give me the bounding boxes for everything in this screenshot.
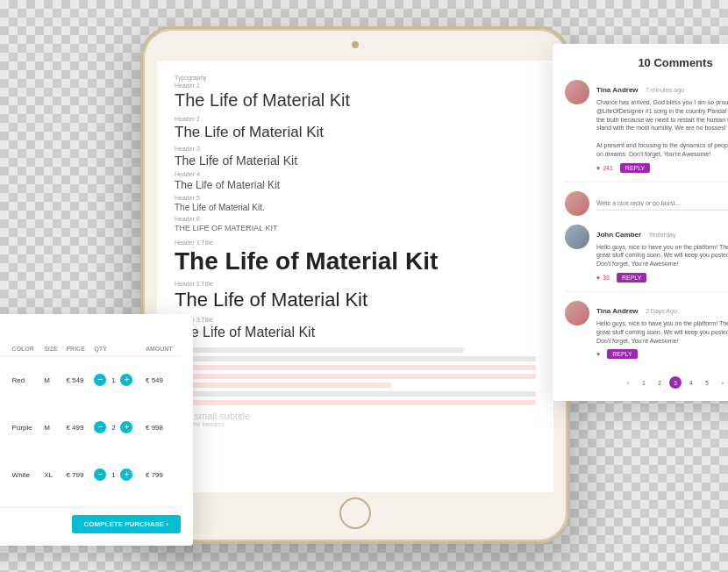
col-product: Product (0, 342, 10, 356)
qty-value: 1 (108, 376, 118, 384)
qty-increase[interactable]: + (120, 468, 132, 481)
comment-text: Hello guys, nice to have you on the plat… (596, 243, 728, 268)
avatar (565, 225, 589, 249)
h3-title-text: The Life of Material Kit (175, 325, 536, 340)
h5-text: The Life of Material Kit. (175, 203, 536, 212)
product-color: Red (10, 356, 42, 404)
qty-decrease[interactable]: − (94, 468, 106, 481)
qty-increase[interactable]: + (120, 421, 132, 433)
product-amount: € 998 (143, 404, 181, 451)
page-4[interactable]: 4 (685, 376, 697, 389)
comment-input[interactable] (596, 197, 728, 211)
col-color: Color (10, 342, 42, 356)
qty-value: 2 (108, 424, 118, 432)
like-button[interactable]: ♥ (596, 351, 600, 357)
comment-item: John Camber Yesterday Hello guys, nice t… (565, 225, 728, 292)
comment-item: Tina Andrew 7 minutes ago Chance has arr… (565, 80, 728, 182)
cart-title: Shopping Cart Table (0, 326, 181, 335)
comment-body: Tina Andrew 7 minutes ago Chance has arr… (596, 80, 728, 173)
avatar (565, 301, 589, 325)
comment-item: Tina Andrew 2 Days Ago Hello guys, nice … (565, 301, 728, 368)
h1-text: The Life of Material Kit (175, 90, 536, 111)
product-size: XL (41, 451, 63, 498)
page-5[interactable]: 5 (701, 376, 713, 389)
h1-label: Header 1 (175, 82, 536, 89)
qty-decrease[interactable]: − (94, 374, 106, 386)
product-cell: Pencil Skirt by Valentino (0, 451, 10, 498)
avatar (565, 191, 589, 216)
product-cell: Spring Jacket by Dolce&Gabbana (0, 356, 10, 404)
comment-author: Tina Andrew (596, 307, 639, 315)
h2-title-text: The Life of Material Kit (175, 289, 536, 311)
qty-value: 1 (108, 471, 118, 479)
comment-body: John Camber Yesterday Hello guys, nice t… (596, 225, 728, 282)
comments-panel: 10 Comments Tina Andrew 7 minutes ago Ch… (553, 44, 728, 401)
h6-label: Header 6 (175, 216, 536, 222)
page-2[interactable]: 2 (653, 376, 666, 389)
product-amount: € 549 (143, 356, 181, 404)
like-button[interactable]: ♥ 31 (596, 275, 610, 281)
comment-input-row[interactable]: REPLY (565, 191, 728, 216)
qty-cell: − 2 + (91, 404, 143, 451)
reply-button[interactable]: REPLY (617, 273, 646, 282)
qty-cell: − 1 + (91, 451, 143, 498)
page-next[interactable]: › (717, 376, 728, 389)
page-1[interactable]: 1 (638, 376, 650, 389)
comment-actions: ♥ 31 REPLY (596, 273, 728, 282)
product-price: € 799 (63, 451, 91, 498)
product-price: € 549 (63, 356, 91, 404)
comments-title: 10 Comments (565, 56, 728, 69)
h4-label: Header 4 (175, 171, 536, 177)
comment-time: 2 Days Ago (646, 308, 677, 314)
product-price: € 499 (63, 404, 91, 451)
checkout-button[interactable]: COMPLETE PURCHASE › (72, 515, 181, 533)
col-price: Price (63, 342, 91, 356)
h2-title-label: Header 2 Title (175, 281, 536, 287)
reply-button[interactable]: REPLY (620, 163, 650, 173)
qty-increase[interactable]: + (120, 374, 132, 386)
h1-title-label: Header 1 Title (175, 240, 536, 246)
h2-label: Header 2 (175, 116, 536, 122)
like-button[interactable]: ♥ 241 (596, 165, 613, 171)
h3-label: Header 3 (175, 146, 536, 152)
comment-time: 7 minutes ago (646, 87, 684, 93)
typography-panel: Typography Header 1 The Life of Material… (157, 61, 553, 492)
ipad-home-button[interactable] (339, 497, 371, 529)
h1-title-text: The Life of Material Kit (175, 247, 536, 275)
h5-label: Header 5 (175, 195, 536, 201)
h2-text: The Life of Material Kit (175, 124, 536, 141)
col-qty: QTY (91, 342, 143, 356)
comment-author: Tina Andrew (596, 86, 639, 94)
comment-actions: ♥ REPLY (596, 349, 728, 359)
table-row: Short Pants by Pucci Purple M € 499 − 2 … (0, 404, 181, 451)
product-color: Purple (10, 404, 42, 451)
table-row: Spring Jacket by Dolce&Gabbana Red M € 5… (0, 356, 181, 404)
page-prev[interactable]: ‹ (622, 376, 634, 389)
pagination: ‹ 1 2 3 4 5 › (565, 376, 728, 389)
comment-actions: ♥ 241 REPLY (596, 163, 728, 173)
h6-text: THE LIFE OF MATERIAL KIT (175, 224, 536, 232)
h4-text: The Life of Material Kit (175, 179, 536, 191)
comment-author: John Camber (596, 231, 641, 239)
reply-button[interactable]: REPLY (607, 349, 637, 359)
cart-footer: Total €2,346 COMPLETE PURCHASE › (0, 507, 181, 533)
comment-text: Chance has arrived, God bless you I am s… (596, 98, 728, 159)
h3-title-label: Header 3 Title (175, 317, 536, 323)
product-color: White (10, 451, 42, 498)
typography-section-label: Typography (175, 75, 536, 81)
h3-text: The Life of Material Kit (175, 154, 536, 168)
col-size: Size (41, 342, 63, 356)
comment-body: Tina Andrew 2 Days Ago Hello guys, nice … (596, 301, 728, 359)
page-3[interactable]: 3 (669, 376, 682, 389)
qty-cell: − 1 + (91, 356, 143, 404)
product-cell: Short Pants by Pucci (0, 404, 10, 451)
table-row: Pencil Skirt by Valentino White XL € 799… (0, 451, 181, 498)
product-size: M (41, 356, 63, 404)
ipad-camera (352, 41, 359, 48)
cart-table: Product Color Size Price QTY Amount Spri… (0, 342, 181, 498)
col-amount: Amount (143, 342, 181, 356)
cart-panel: Shopping Cart Table Product Color Size P… (0, 314, 193, 546)
ipad-screen: Typography Header 1 The Life of Material… (157, 61, 553, 492)
qty-decrease[interactable]: − (94, 421, 106, 433)
comment-text: Hello guys, nice to have you on the plat… (596, 319, 728, 345)
